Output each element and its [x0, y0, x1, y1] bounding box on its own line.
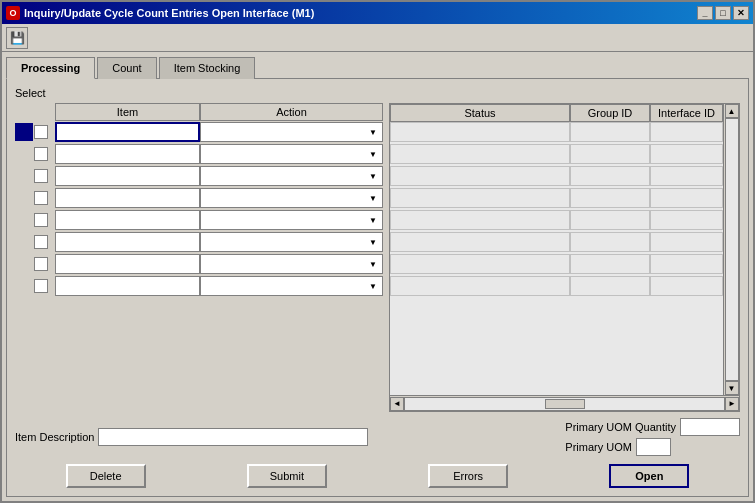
- h-scroll-track[interactable]: [404, 397, 725, 411]
- scroll-left-button[interactable]: ◄: [390, 397, 404, 411]
- app-icon: O: [6, 6, 20, 20]
- status-cell[interactable]: [390, 254, 570, 274]
- vertical-scrollbar[interactable]: ▲ ▼: [723, 104, 739, 395]
- tab-processing[interactable]: Processing: [6, 57, 95, 79]
- primary-uom-input[interactable]: [636, 438, 671, 456]
- tab-item-stocking[interactable]: Item Stocking: [159, 57, 256, 79]
- item-input[interactable]: [55, 210, 200, 230]
- table-row: ▼: [15, 143, 385, 165]
- row-selector-empty: [15, 145, 33, 163]
- group-id-cell[interactable]: [570, 122, 650, 142]
- action-dropdown[interactable]: ▼: [200, 144, 383, 164]
- row-selector-empty: [15, 167, 33, 185]
- action-dropdown[interactable]: ▼: [200, 166, 383, 186]
- action-dropdown[interactable]: ▼: [200, 254, 383, 274]
- row-checkbox[interactable]: [34, 213, 48, 227]
- item-input[interactable]: [55, 276, 200, 296]
- maximize-button[interactable]: □: [715, 6, 731, 20]
- interface-id-cell[interactable]: [650, 254, 723, 274]
- submit-button[interactable]: Submit: [247, 464, 327, 488]
- action-col-header: Action: [200, 103, 383, 121]
- item-input[interactable]: [55, 144, 200, 164]
- table-row: ▼: [15, 209, 385, 231]
- minimize-button[interactable]: _: [697, 6, 713, 20]
- save-button[interactable]: 💾: [6, 27, 28, 49]
- row-checkbox[interactable]: [34, 257, 48, 271]
- horizontal-scrollbar[interactable]: ◄ ►: [390, 395, 739, 411]
- tab-content-processing: Select Item Action: [6, 78, 749, 497]
- row-checkbox[interactable]: [34, 235, 48, 249]
- window-controls: _ □ ✕: [697, 6, 749, 20]
- grid-area: Item Action: [15, 103, 740, 412]
- scroll-up-button[interactable]: ▲: [725, 104, 739, 118]
- status-cell[interactable]: [390, 122, 570, 142]
- errors-button[interactable]: Errors: [428, 464, 508, 488]
- row-checkbox[interactable]: [34, 147, 48, 161]
- close-button[interactable]: ✕: [733, 6, 749, 20]
- delete-button[interactable]: Delete: [66, 464, 146, 488]
- interface-id-cell[interactable]: [650, 232, 723, 252]
- dropdown-arrow-icon: ▼: [366, 147, 380, 161]
- row-selector-empty: [15, 277, 33, 295]
- table-row: ▼: [15, 121, 385, 143]
- table-row: [390, 122, 723, 144]
- dropdown-arrow-icon: ▼: [366, 257, 380, 271]
- status-cell[interactable]: [390, 210, 570, 230]
- item-description-input[interactable]: [98, 428, 368, 446]
- save-icon: 💾: [10, 31, 25, 45]
- open-button[interactable]: Open: [609, 464, 689, 488]
- item-description-group: Item Description: [15, 428, 368, 446]
- group-id-cell[interactable]: [570, 188, 650, 208]
- row-checkbox[interactable]: [34, 169, 48, 183]
- action-dropdown[interactable]: ▼: [200, 210, 383, 230]
- table-row: ▼: [15, 231, 385, 253]
- buttons-row: Delete Submit Errors Open: [15, 464, 740, 488]
- row-checkbox[interactable]: [34, 191, 48, 205]
- interface-id-cell[interactable]: [650, 166, 723, 186]
- interface-id-cell[interactable]: [650, 210, 723, 230]
- action-dropdown[interactable]: ▼: [200, 122, 383, 142]
- table-row: [390, 254, 723, 276]
- fields-row: Item Description Primary UOM Quantity Pr…: [15, 418, 740, 456]
- scroll-track[interactable]: [725, 118, 739, 381]
- item-input[interactable]: [55, 254, 200, 274]
- action-dropdown[interactable]: ▼: [200, 188, 383, 208]
- primary-uom-qty-input[interactable]: [680, 418, 740, 436]
- row-selector-empty: [15, 211, 33, 229]
- title-bar: O Inquiry/Update Cycle Count Entries Ope…: [2, 2, 753, 24]
- h-scroll-thumb[interactable]: [545, 399, 585, 409]
- left-grid-rows: ▼ ▼: [15, 121, 385, 297]
- row-selector-empty: [15, 255, 33, 273]
- status-cell[interactable]: [390, 188, 570, 208]
- row-checkbox[interactable]: [34, 279, 48, 293]
- group-id-cell[interactable]: [570, 232, 650, 252]
- status-cell[interactable]: [390, 144, 570, 164]
- bottom-area: Item Description Primary UOM Quantity Pr…: [15, 418, 740, 488]
- status-col-header: Status: [390, 104, 570, 122]
- group-id-cell[interactable]: [570, 144, 650, 164]
- status-cell[interactable]: [390, 166, 570, 186]
- scroll-right-button[interactable]: ►: [725, 397, 739, 411]
- action-dropdown[interactable]: ▼: [200, 232, 383, 252]
- row-checkbox[interactable]: [34, 125, 48, 139]
- interface-id-cell[interactable]: [650, 122, 723, 142]
- action-dropdown[interactable]: ▼: [200, 276, 383, 296]
- group-id-cell[interactable]: [570, 276, 650, 296]
- status-cell[interactable]: [390, 232, 570, 252]
- group-id-cell[interactable]: [570, 166, 650, 186]
- interface-id-cell[interactable]: [650, 276, 723, 296]
- item-input[interactable]: [55, 232, 200, 252]
- dropdown-arrow-icon: ▼: [366, 125, 380, 139]
- status-cell[interactable]: [390, 276, 570, 296]
- group-id-cell[interactable]: [570, 254, 650, 274]
- interface-id-cell[interactable]: [650, 188, 723, 208]
- tab-count[interactable]: Count: [97, 57, 156, 79]
- item-input[interactable]: [55, 166, 200, 186]
- scroll-down-button[interactable]: ▼: [725, 381, 739, 395]
- right-col-headers: Status Group ID Interface ID: [390, 104, 723, 122]
- item-input[interactable]: [55, 188, 200, 208]
- interface-id-cell[interactable]: [650, 144, 723, 164]
- table-row: [390, 144, 723, 166]
- item-input[interactable]: [55, 122, 200, 142]
- group-id-cell[interactable]: [570, 210, 650, 230]
